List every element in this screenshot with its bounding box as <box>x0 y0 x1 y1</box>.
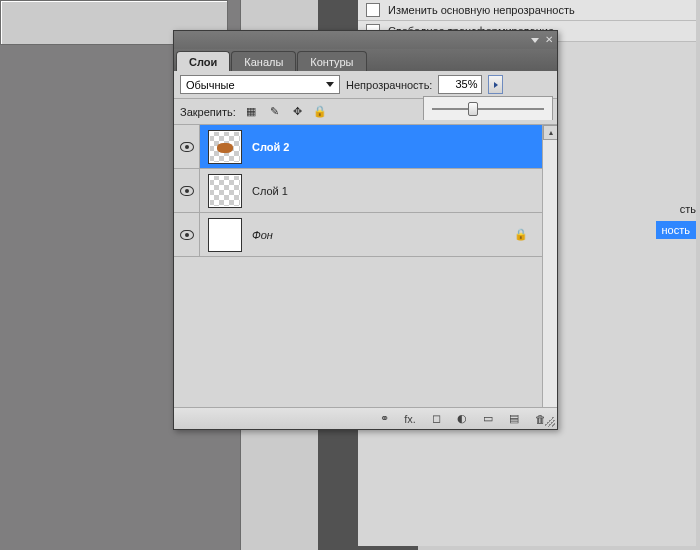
close-icon[interactable]: ✕ <box>545 35 553 45</box>
layer-fx-icon[interactable]: fx. <box>403 413 417 425</box>
chevron-down-icon <box>326 82 334 87</box>
link-layers-icon[interactable]: ⚭ <box>377 412 391 425</box>
layer-options-row: Обычные Непрозрачность: 35% <box>174 71 557 99</box>
bg-menu-item-opacity[interactable]: Изменить основную непрозрачность <box>358 0 696 21</box>
opacity-label: Непрозрачность: <box>346 79 432 91</box>
scroll-up-icon[interactable]: ▴ <box>543 125 557 140</box>
lock-icon: 🔒 <box>514 228 528 241</box>
panel-footer: ⚭ fx. ◻ ◐ ▭ ▤ 🗑 <box>174 407 557 429</box>
layer-thumbnail[interactable] <box>208 174 242 208</box>
layers-panel: ✕ Слои Каналы Контуры Обычные Непрозрачн… <box>173 30 558 430</box>
blend-mode-select[interactable]: Обычные <box>180 75 340 94</box>
fill-slider[interactable] <box>423 96 553 120</box>
adjustment-icon[interactable]: ◐ <box>455 412 469 425</box>
opacity-popup-button[interactable] <box>488 75 503 94</box>
add-mask-icon[interactable]: ◻ <box>429 412 443 425</box>
layer-thumbnail[interactable] <box>208 130 242 164</box>
new-layer-icon[interactable]: ▤ <box>507 412 521 425</box>
panel-menu-icon[interactable] <box>531 38 539 43</box>
layer-list: Слой 2 Слой 1 Фон 🔒 ▴ <box>174 125 557 407</box>
slider-thumb[interactable] <box>468 102 478 116</box>
eye-icon <box>180 186 194 196</box>
lock-label: Закрепить: <box>180 106 236 118</box>
tab-channels[interactable]: Каналы <box>231 51 296 71</box>
panel-tabs: Слои Каналы Контуры <box>174 49 557 71</box>
resize-grip-icon[interactable] <box>545 417 555 427</box>
layer-row[interactable]: Слой 1 <box>174 169 557 213</box>
lock-pixels-icon[interactable]: ✎ <box>267 104 282 119</box>
layer-name[interactable]: Слой 1 <box>252 185 288 197</box>
lock-transparency-icon[interactable]: ▦ <box>244 104 259 119</box>
layer-name[interactable]: Слой 2 <box>252 141 289 153</box>
slider-track <box>432 108 544 110</box>
bg-truncated-item[interactable]: сть <box>680 203 696 215</box>
menu-item-icon <box>366 3 380 17</box>
panel-titlebar[interactable]: ✕ <box>174 31 557 49</box>
tab-paths[interactable]: Контуры <box>297 51 366 71</box>
tab-layers[interactable]: Слои <box>176 51 230 71</box>
lock-all-icon[interactable]: 🔒 <box>313 104 328 119</box>
chevron-right-icon <box>494 82 498 88</box>
layer-name[interactable]: Фон <box>252 229 273 241</box>
visibility-toggle[interactable] <box>174 125 200 168</box>
bg-truncated-item-selected[interactable]: ность <box>656 221 696 239</box>
layer-row[interactable]: Слой 2 <box>174 125 557 169</box>
opacity-input[interactable]: 35% <box>438 75 482 94</box>
visibility-toggle[interactable] <box>174 213 200 256</box>
menu-item-label: Изменить основную непрозрачность <box>388 4 575 16</box>
new-group-icon[interactable]: ▭ <box>481 412 495 425</box>
visibility-toggle[interactable] <box>174 169 200 212</box>
layer-thumbnail[interactable] <box>208 218 242 252</box>
eye-icon <box>180 230 194 240</box>
eye-icon <box>180 142 194 152</box>
blend-mode-value: Обычные <box>186 79 235 91</box>
scrollbar[interactable]: ▴ <box>542 125 557 407</box>
lock-row: Закрепить: ▦ ✎ ✥ 🔒 <box>174 99 557 125</box>
layer-row[interactable]: Фон 🔒 <box>174 213 557 257</box>
lock-position-icon[interactable]: ✥ <box>290 104 305 119</box>
